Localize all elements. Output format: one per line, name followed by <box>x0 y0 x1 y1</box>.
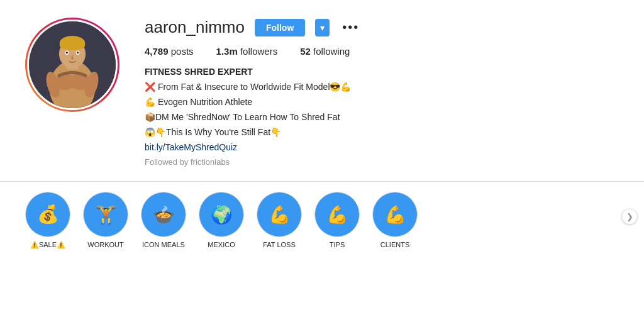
highlight-label-workout: WORKOUT <box>87 241 123 248</box>
bio-line-3: 📦DM Me 'ShredNow' To Learn How To Shred … <box>145 111 619 124</box>
bio-title: FITNESS SHRED EXPERT <box>145 65 619 79</box>
highlight-label-tips: TIPS <box>330 241 345 248</box>
page-wrapper: aaron_nimmo Follow ▾ ••• 4,789 posts 1.3… <box>0 0 644 322</box>
followers-stat: 1.3m followers <box>216 46 278 57</box>
followers-count: 1.3m <box>216 46 238 57</box>
highlight-item-sale[interactable]: 💰⚠️SALE⚠️ <box>25 192 70 249</box>
highlight-item-fat-loss[interactable]: 💪FAT LOSS <box>257 192 302 248</box>
stats-row: 4,789 posts 1.3m followers 52 following <box>145 46 619 57</box>
highlight-circle-tips: 💪 <box>314 192 360 237</box>
highlight-circle-mexico: 🌍 <box>199 192 244 237</box>
highlight-label-icon-meals: ICON MEALS <box>142 241 185 248</box>
bio-section: FITNESS SHRED EXPERT ❌ From Fat & Insecu… <box>145 65 619 169</box>
bio-line-1: ❌ From Fat & Insecure to Worldwide Fit M… <box>145 80 619 94</box>
followed-by: Followed by frictionlabs <box>145 156 619 169</box>
avatar <box>27 19 118 110</box>
bio-line-4: 😱👇This Is Why You're Still Fat👇 <box>145 126 619 139</box>
highlight-circle-clients: 💪 <box>372 192 418 237</box>
highlight-label-sale: ⚠️SALE⚠️ <box>30 241 65 249</box>
highlights-section: 💰⚠️SALE⚠️🏋️WORKOUT🍲ICON MEALS🌍MEXICO💪FAT… <box>0 181 644 255</box>
highlight-item-tips[interactable]: 💪TIPS <box>314 192 360 248</box>
following-count: 52 <box>300 46 311 57</box>
svg-rect-5 <box>60 40 85 48</box>
highlight-circle-icon-meals: 🍲 <box>141 192 186 237</box>
following-label: following <box>313 46 350 57</box>
chevron-right-icon: ❯ <box>626 212 633 221</box>
highlight-label-mexico: MEXICO <box>208 241 235 248</box>
highlight-circle-workout: 🏋️ <box>83 192 128 237</box>
posts-count: 4,789 <box>145 46 169 57</box>
bio-line-2: 💪 Evogen Nutrition Athlete <box>145 96 619 109</box>
highlight-item-mexico[interactable]: 🌍MEXICO <box>199 192 244 248</box>
profile-section: aaron_nimmo Follow ▾ ••• 4,789 posts 1.3… <box>0 0 644 181</box>
highlight-circle-fat-loss: 💪 <box>257 192 302 237</box>
dropdown-arrow-icon: ▾ <box>320 23 325 33</box>
posts-stat: 4,789 posts <box>145 46 194 57</box>
posts-label: posts <box>171 46 194 57</box>
highlight-label-fat-loss: FAT LOSS <box>263 241 296 248</box>
highlights-container: 💰⚠️SALE⚠️🏋️WORKOUT🍲ICON MEALS🌍MEXICO💪FAT… <box>25 192 418 249</box>
more-options-icon: ••• <box>342 20 359 34</box>
avatar-wrapper <box>25 18 119 112</box>
more-options-button[interactable]: ••• <box>340 20 362 35</box>
bio-link[interactable]: bit.ly/TakeMyShredQuiz <box>145 141 619 154</box>
highlight-item-workout[interactable]: 🏋️WORKOUT <box>83 192 128 248</box>
highlight-item-icon-meals[interactable]: 🍲ICON MEALS <box>141 192 186 248</box>
highlight-label-clients: CLIENTS <box>380 241 409 248</box>
profile-header-row: aaron_nimmo Follow ▾ ••• <box>145 18 619 37</box>
dropdown-button[interactable]: ▾ <box>315 19 330 36</box>
svg-point-9 <box>77 52 79 53</box>
profile-info: aaron_nimmo Follow ▾ ••• 4,789 posts 1.3… <box>145 18 619 169</box>
svg-point-8 <box>66 52 68 53</box>
username: aaron_nimmo <box>145 18 245 37</box>
followers-label: followers <box>240 46 277 57</box>
follow-button[interactable]: Follow <box>255 19 305 36</box>
following-stat: 52 following <box>300 46 350 57</box>
highlight-circle-sale: 💰 <box>25 192 70 237</box>
highlights-next-button[interactable]: ❯ <box>621 208 638 225</box>
highlight-item-clients[interactable]: 💪CLIENTS <box>372 192 418 248</box>
